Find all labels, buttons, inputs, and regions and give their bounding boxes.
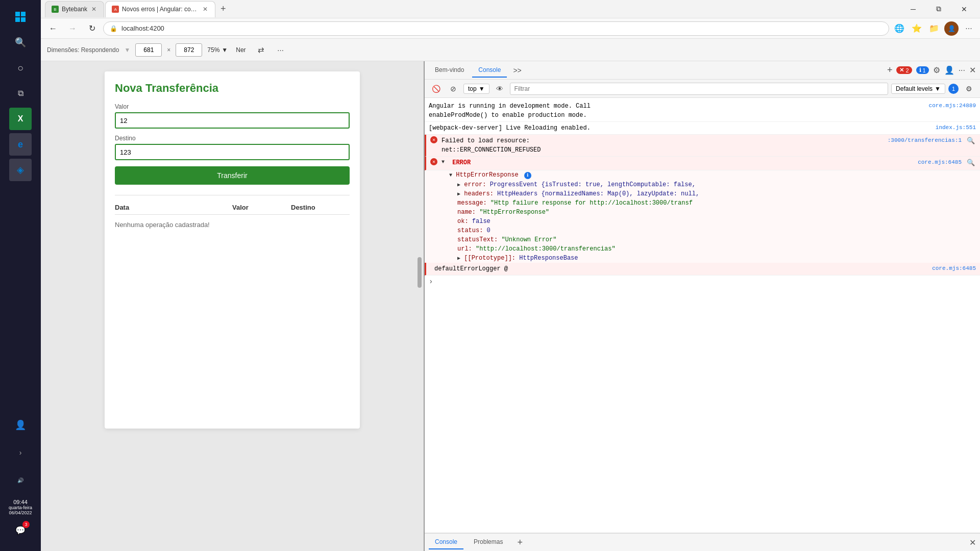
viewport-scrollbar[interactable] (418, 257, 422, 288)
network-selector[interactable]: Ner (233, 46, 249, 54)
favorites-btn[interactable]: ⭐ (910, 21, 924, 36)
window-minimize-btn[interactable]: ─ (901, 0, 925, 18)
add-console-btn[interactable]: + (513, 537, 527, 548)
taskbar-edge-btn[interactable]: e (9, 133, 32, 156)
svg-rect-2 (15, 17, 20, 22)
devtools-tabs-bar: Bem-vindo Console >> + ✕ 2 ℹ 1 ⚙ 👤 ··· (425, 61, 980, 80)
forward-btn[interactable]: → (64, 20, 81, 37)
expand-error-prop[interactable]: ▶ (457, 182, 460, 188)
taskbar-taskview-btn[interactable]: ⧉ (9, 82, 32, 105)
console-output: Angular is running in development mode. … (425, 98, 980, 533)
title-bar: B Bytebank ✕ A Novos erros | Angular: co… (41, 0, 980, 18)
link-core-mjs-6485-1[interactable]: core.mjs:6485 (918, 158, 962, 167)
app-content: Nova Transferência Valor Destino Transfe… (105, 71, 360, 429)
window-restore-btn[interactable]: ⧉ (927, 0, 950, 18)
expand-prototype[interactable]: ▶ (457, 255, 460, 261)
tab-welcome[interactable]: Bem-vindo (429, 63, 470, 78)
transfer-button[interactable]: Transferir (115, 166, 350, 185)
console-line-failed-load: ✕ Failed to load resource: net::ERR_CONN… (425, 135, 980, 157)
taskbar-system-tray: 🔊 (9, 469, 32, 491)
destino-label: Destino (115, 135, 350, 142)
prop-headers: ▶ headers: HttpHeaders {normalizedNames:… (425, 189, 980, 198)
taskbar: 🔍 ○ ⧉ X e ◈ 👤 › 🔊 09:44 quarta-feira 06/… (0, 0, 41, 551)
expand-headers-prop[interactable]: ▶ (457, 191, 460, 197)
taskbar-cortana-btn[interactable]: ○ (9, 57, 32, 79)
add-panel-btn[interactable]: + (887, 65, 893, 76)
search-btn-1[interactable]: 🔍 (966, 136, 976, 146)
browser-window: B Bytebank ✕ A Novos erros | Angular: co… (41, 0, 980, 551)
width-input[interactable] (135, 43, 162, 57)
tab-bytebank[interactable]: B Bytebank ✕ (45, 1, 104, 17)
tab-angular-errors[interactable]: A Novos erros | Angular: começan... ✕ (105, 1, 215, 17)
tab-bytebank-close[interactable]: ✕ (90, 5, 97, 14)
taskbar-expand-btn[interactable]: › (9, 441, 32, 464)
window-close-btn[interactable]: ✕ (952, 0, 976, 18)
link-transferencias-1[interactable]: :3000/transferencias:1 (888, 136, 962, 145)
console-line-error-main: ✕ ▼ ERROR core.mjs:6485 🔍 (425, 157, 980, 170)
height-input[interactable] (176, 43, 202, 57)
profile-avatar[interactable]: 👤 (944, 21, 959, 36)
bottom-tab-problems[interactable]: Problemas (468, 535, 509, 549)
taskbar-clock: 09:44 quarta-feira 06/04/2022 (9, 499, 32, 515)
main-area: Nova Transferência Valor Destino Transfe… (41, 61, 980, 551)
eye-btn[interactable]: 👁 (493, 82, 507, 96)
devtools-more-btn[interactable]: ··· (959, 66, 965, 75)
expand-http-error[interactable]: ▼ (449, 172, 452, 178)
prop-http-error-response: ▼ HttpErrorResponse ℹ (425, 170, 980, 180)
devtools-bottom-close-btn[interactable]: ✕ (969, 538, 976, 547)
table-section: Data Valor Destino Nenhuma operação cada… (115, 195, 350, 235)
devtools-close-btn[interactable]: ✕ (969, 65, 976, 75)
expand-error-arrow[interactable]: ▼ (442, 158, 445, 166)
back-btn[interactable]: ← (45, 20, 61, 37)
tab-angular-close[interactable]: ✕ (202, 5, 209, 14)
filter-input[interactable] (510, 83, 888, 95)
filter-btn[interactable]: ⊘ (446, 82, 460, 96)
tab-console[interactable]: Console (472, 63, 507, 78)
address-bar[interactable]: 🔒 localhost:4200 (103, 21, 889, 36)
log-levels-selector[interactable]: Default levels ▼ (891, 84, 945, 94)
responsive-more-btn[interactable]: ··· (274, 43, 288, 57)
taskbar-search-btn[interactable]: 🔍 (9, 31, 32, 54)
info-icon-http: ℹ (524, 172, 531, 179)
destino-input[interactable] (115, 144, 350, 160)
devtools-settings-btn[interactable]: ⚙ (933, 65, 940, 75)
valor-input[interactable] (115, 112, 350, 129)
console-prompt[interactable]: › (425, 276, 980, 288)
link-index-js-551[interactable]: index.js:551 (936, 123, 976, 132)
prompt-arrow: › (429, 278, 433, 286)
zoom-selector[interactable]: 75% ▼ (207, 46, 228, 54)
prop-error: ▶ error: ProgressEvent {isTrusted: true,… (425, 180, 980, 189)
col-destino: Destino (291, 204, 350, 211)
taskbar-people-btn[interactable]: 👤 (9, 414, 32, 436)
search-btn-2[interactable]: 🔍 (966, 158, 976, 168)
collections-btn[interactable]: 📁 (927, 21, 941, 36)
taskbar-windows-btn[interactable] (9, 6, 32, 28)
context-selector[interactable]: top ▼ (463, 84, 489, 94)
error-badge: ✕ 2 (896, 66, 912, 74)
responsive-rotate-btn[interactable]: ⇄ (254, 43, 268, 57)
link-core-mjs-24889[interactable]: core.mjs:24889 (929, 102, 976, 110)
refresh-btn[interactable]: ↻ (84, 20, 100, 37)
clear-console-btn[interactable]: 🚫 (429, 82, 443, 96)
svg-rect-0 (15, 12, 20, 16)
col-data: Data (115, 204, 232, 211)
taskbar-vscode-btn[interactable]: ◈ (9, 159, 32, 181)
title-bar-controls: ─ ⧉ ✕ (901, 0, 976, 18)
settings-btn[interactable]: ··· (962, 21, 976, 36)
console-settings-btn[interactable]: ⚙ (962, 82, 976, 96)
taskbar-excel-btn[interactable]: X (9, 108, 32, 130)
taskbar-notification-btn[interactable]: 💬 3 (9, 519, 32, 541)
bottom-tab-console[interactable]: Console (429, 535, 463, 549)
translate-btn[interactable]: 🌐 (892, 21, 906, 36)
tab-bytebank-label: Bytebank (62, 6, 87, 13)
bottom-bar: Console Problemas + ✕ (425, 533, 980, 551)
link-core-mjs-6485-2[interactable]: core.mjs:6485 (932, 264, 976, 273)
tabs-more-btn[interactable]: >> (509, 63, 525, 78)
tab-angular-favicon: A (112, 6, 119, 13)
new-tab-btn[interactable]: + (216, 4, 230, 14)
form-title: Nova Transferência (115, 82, 350, 95)
prop-status-text: statusText: "Unknown Error" (425, 235, 980, 244)
prop-url: url: "http://localhost:3000/transferenci… (425, 244, 980, 254)
svg-rect-1 (21, 12, 26, 16)
devtools-profile-btn[interactable]: 👤 (944, 65, 954, 75)
